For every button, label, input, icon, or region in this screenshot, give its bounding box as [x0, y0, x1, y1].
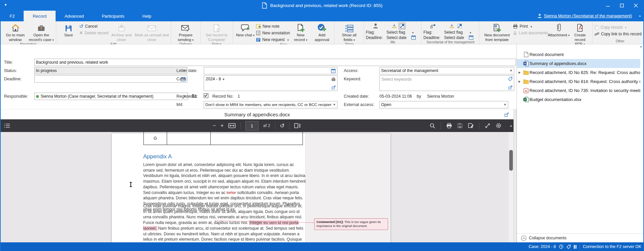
collapse-documents-button[interactable]: Collapse documents [517, 233, 643, 242]
me-flag-select[interactable]: Select flag [386, 30, 410, 35]
sidebar-scroll-up-icon[interactable]: ▲ [639, 45, 643, 52]
close-button[interactable] [629, 0, 643, 11]
tab-participants[interactable]: Participants [93, 11, 133, 21]
deadline-field[interactable] [36, 77, 181, 81]
pause-icon[interactable] [574, 245, 576, 249]
deadline-input[interactable]: 7 [34, 75, 187, 83]
pane-splitter[interactable] [514, 109, 517, 242]
calendar-icon[interactable]: 7 [411, 35, 420, 40]
archive-and-close-button[interactable]: Archive and close [108, 22, 134, 42]
m4-select[interactable]: Don't show in MR4 for members, who are r… [204, 101, 337, 108]
history-clock-icon[interactable] [559, 244, 563, 249]
case-value[interactable]: 2024 - 8 ▼ [206, 77, 225, 81]
letter-date-input[interactable]: 7 [204, 67, 337, 74]
status-tag-icon[interactable] [566, 245, 571, 249]
new-request-button[interactable]: New request [256, 37, 290, 42]
add-approval-button[interactable]: Add approval [311, 22, 332, 42]
page-number-input[interactable] [245, 121, 259, 131]
expand-caret-icon[interactable]: ▶ [517, 80, 522, 83]
letter-date-field[interactable] [205, 68, 331, 73]
prepare-sending-button[interactable]: Prepare sending [173, 22, 199, 42]
document-list-item-selected[interactable]: W Summary of appendices.docx [517, 59, 640, 68]
new-note-button[interactable]: New note [256, 23, 290, 29]
new-document-from-template-button[interactable]: A New document from template [481, 22, 513, 42]
open-preview-window-icon[interactable] [504, 112, 509, 117]
title-input-field[interactable] [36, 60, 514, 65]
new-annotation-button[interactable]: New annotation [256, 30, 290, 36]
print-button[interactable]: Print [513, 23, 548, 29]
expand-field-icon[interactable] [508, 85, 513, 90]
case-browse-icon[interactable] [331, 77, 336, 81]
case-box[interactable]: 2024 - 8 ▼ [204, 75, 337, 91]
scroll-up-icon[interactable]: ▲ [509, 119, 514, 132]
create-record-pdf-button[interactable]: Create record PDF [569, 22, 591, 47]
pdf-viewer-canvas[interactable]: G Appendix A Lorem ipsum dolor sit amet,… [0, 132, 514, 242]
attachment-button[interactable]: Attachment [548, 22, 569, 38]
expand-field-icon[interactable] [331, 85, 336, 90]
save-as-annotate-icon[interactable] [468, 123, 474, 128]
copy-link-button[interactable]: Copy link to this record [594, 31, 644, 37]
calendar-icon[interactable]: 7 [331, 68, 336, 73]
me-flag-tray-button[interactable] [391, 23, 397, 29]
preview-scrollbar[interactable]: ▲ [509, 119, 514, 242]
show-all-fields-button[interactable]: Show all fields [336, 22, 362, 42]
go-to-main-window-button[interactable]: Go to main window [2, 22, 28, 42]
document-list-item[interactable]: X Budget documentation.xlsx [517, 95, 640, 104]
collapse-ribbon-icon[interactable]: ▴ [639, 14, 641, 17]
fit-width-button[interactable] [228, 123, 236, 128]
access-select[interactable]: Secretariat of the management▼ [379, 67, 514, 74]
me-deadline-select[interactable]: Select date [386, 35, 410, 40]
tab-help[interactable]: Help [133, 11, 160, 21]
cancel-button[interactable]: ↺ Cancel [79, 23, 108, 29]
save-button[interactable]: Save [58, 22, 79, 38]
secretariat-flag-caret[interactable] [469, 30, 477, 35]
settings-gear-icon[interactable] [496, 123, 502, 129]
preview-header: Summary of appendices.docx [1, 109, 514, 120]
scrollbar-thumb[interactable] [509, 150, 513, 171]
current-user-link[interactable]: Sienna Morton (Secretariat of the manage… [537, 11, 632, 21]
expand-caret-icon[interactable]: ▶ [517, 71, 522, 74]
external-access-select[interactable]: Open▼ [379, 101, 508, 108]
responsible-select[interactable]: Sienna Morton (Case manager, Secretariat… [34, 93, 188, 100]
title-input[interactable] [34, 59, 516, 66]
open-records-case-button[interactable]: Open the record's case [28, 22, 54, 42]
calendar-icon[interactable]: 7 [469, 35, 477, 40]
secretariat-deadline-select[interactable]: Select date [444, 35, 467, 40]
tab-f2[interactable]: F2 [1, 11, 24, 21]
me-flag-clear-button[interactable] [399, 23, 405, 29]
zoom-out-button[interactable]: − [213, 123, 216, 128]
fullscreen-icon[interactable] [485, 123, 490, 128]
tab-advanced[interactable]: Advanced [56, 11, 93, 21]
page-view-mode-icon[interactable] [294, 123, 301, 128]
keyword-box[interactable]: Select keywords [379, 75, 514, 91]
lock-documents-button[interactable]: Lock documents [513, 30, 548, 36]
me-flag-caret[interactable] [411, 30, 420, 35]
copy-record-button[interactable]: Copy record [594, 24, 644, 30]
mark-as-unread-button[interactable]: Mark as unread and close [134, 22, 169, 42]
tab-record[interactable]: Record [24, 11, 56, 21]
me-person-icon [366, 22, 385, 30]
delete-record-button[interactable]: ✖ Delete record [79, 30, 108, 36]
document-list-item[interactable]: ▶ Record attachment, ID No 814: Request:… [517, 77, 640, 86]
set-record-complete-button[interactable]: Set record to 'Complete' [202, 22, 231, 42]
save-icon[interactable] [457, 123, 463, 128]
dropdown-caret-icon [286, 37, 289, 42]
document-list-item[interactable]: A Record attachment, ID No 735: Invitati… [517, 86, 640, 95]
rotate-page-icon[interactable]: ↺ [280, 123, 285, 129]
minimize-button[interactable] [601, 0, 615, 11]
document-list-item[interactable]: Record document [517, 50, 640, 59]
document-list-item[interactable]: ▶ Record attachment, ID No 825: Re: Requ… [517, 68, 640, 77]
registered-checkbox[interactable] [204, 93, 208, 98]
table-cell [210, 132, 303, 145]
new-chat-button[interactable]: New chat [235, 22, 256, 38]
print-icon[interactable] [446, 123, 452, 128]
secretariat-flag-tray-button[interactable] [448, 23, 455, 29]
new-record-button[interactable]: New record [290, 22, 311, 42]
status-select[interactable]: In progress▼ [34, 67, 187, 74]
secretariat-flag-select[interactable]: Select flag [444, 30, 467, 35]
secretariat-flag-clear-button[interactable] [456, 23, 463, 29]
search-icon[interactable] [430, 123, 435, 129]
zoom-in-button[interactable]: + [220, 123, 223, 128]
tag-icon[interactable] [508, 77, 513, 81]
maximize-button[interactable] [615, 0, 629, 11]
